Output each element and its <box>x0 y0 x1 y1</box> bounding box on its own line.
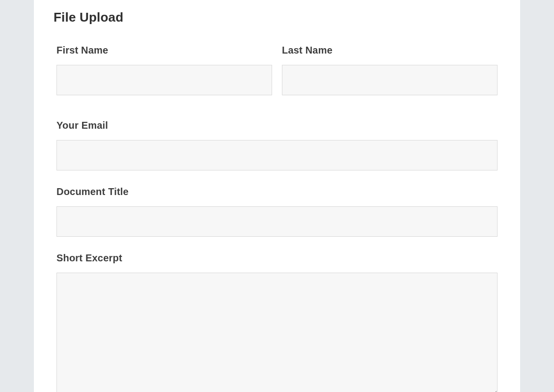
short-excerpt-label: Short Excerpt <box>56 252 498 264</box>
first-name-label: First Name <box>56 45 272 56</box>
document-title-field: Document Title <box>56 186 498 237</box>
last-name-label: Last Name <box>282 45 498 56</box>
form-area: First Name Last Name Your Email Document… <box>54 45 500 392</box>
last-name-field: Last Name <box>282 45 498 95</box>
short-excerpt-textarea[interactable] <box>56 273 498 392</box>
name-row: First Name Last Name <box>56 45 498 95</box>
email-input[interactable] <box>56 140 498 170</box>
first-name-input[interactable] <box>56 65 272 95</box>
short-excerpt-field: Short Excerpt <box>56 252 498 392</box>
form-card: File Upload First Name Last Name Your Em… <box>34 0 520 392</box>
page-title: File Upload <box>54 10 500 25</box>
document-title-label: Document Title <box>56 186 498 197</box>
last-name-input[interactable] <box>282 65 498 95</box>
first-name-field: First Name <box>56 45 272 95</box>
email-field: Your Email <box>56 120 498 170</box>
document-title-input[interactable] <box>56 206 498 237</box>
email-label: Your Email <box>56 120 498 131</box>
